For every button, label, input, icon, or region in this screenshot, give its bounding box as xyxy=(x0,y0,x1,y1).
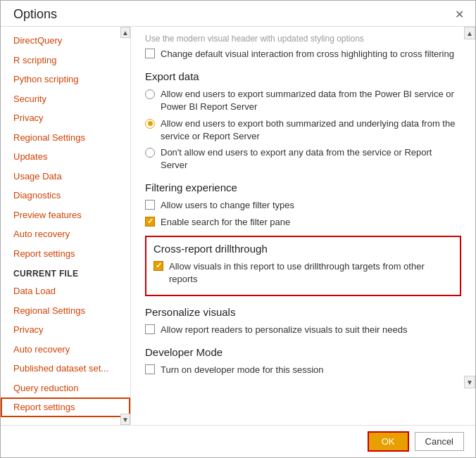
export-option-1: Allow end users to export summarized dat… xyxy=(145,88,461,113)
export-option-2: Allow end users to export both summarize… xyxy=(145,117,461,143)
cancel-button[interactable]: Cancel xyxy=(415,432,464,451)
filtering-section-title: Filtering experience xyxy=(145,182,461,193)
filter-option-1: Allow users to change filter types xyxy=(145,199,461,212)
sidebar-item-regionalsettings-cf[interactable]: Regional Settings xyxy=(1,301,130,321)
sidebar-item-regionalsettings[interactable]: Regional Settings xyxy=(1,128,130,148)
sidebar-item-diagnostics[interactable]: Diagnostics xyxy=(1,186,130,205)
personalize-text: Allow report readers to personalize visu… xyxy=(161,324,407,336)
personalize-checkbox[interactable] xyxy=(145,324,155,334)
dialog-title: Options xyxy=(13,7,57,22)
main-scroll-area: Use the modern visual header with update… xyxy=(131,27,475,425)
sidebar-item-rscripting[interactable]: R scripting xyxy=(1,51,130,70)
personalize-section-title: Personalize visuals xyxy=(145,306,461,318)
faded-top-text: Use the modern visual header with update… xyxy=(145,34,461,44)
main-scroll-down[interactable]: ▼ xyxy=(464,376,475,388)
personalize-option: Allow report readers to personalize visu… xyxy=(145,324,461,336)
main-scroll-up[interactable]: ▲ xyxy=(464,27,475,39)
developer-option: Turn on developer mode for this session xyxy=(145,364,461,376)
filter-option-2: Enable search for the filter pane xyxy=(145,216,461,229)
cross-filter-option: Change default visual interaction from c… xyxy=(145,48,461,61)
sidebar: ▲ DirectQuery R scripting Python scripti… xyxy=(1,27,131,425)
export-radio-3[interactable] xyxy=(145,148,155,158)
sidebar-item-reportsettings[interactable]: Report settings xyxy=(1,397,130,417)
close-button[interactable]: ✕ xyxy=(451,6,467,22)
sidebar-item-dataload[interactable]: Data Load xyxy=(1,281,130,301)
options-dialog: Options ✕ ▲ DirectQuery R scripting Pyth… xyxy=(0,0,476,458)
sidebar-item-privacy[interactable]: Privacy xyxy=(1,108,130,128)
sidebar-item-publisheddataset[interactable]: Published dataset set... xyxy=(1,359,130,379)
sidebar-scroll-up[interactable]: ▲ xyxy=(120,27,130,38)
filter-option-2-text: Enable search for the filter pane xyxy=(161,216,290,229)
developer-checkbox[interactable] xyxy=(145,364,155,374)
cross-report-option: Allow visuals in this report to use dril… xyxy=(154,260,453,286)
sidebar-scroll-down[interactable]: ▼ xyxy=(120,414,130,425)
dialog-footer: OK Cancel xyxy=(1,425,475,457)
filter-checkbox-2[interactable] xyxy=(145,217,155,227)
sidebar-item-privacy-cf[interactable]: Privacy xyxy=(1,320,130,340)
export-option-3-text: Don't allow end users to export any data… xyxy=(161,146,461,172)
sidebar-item-security[interactable]: Security xyxy=(1,89,130,109)
export-option-2-text: Allow end users to export both summarize… xyxy=(161,117,461,143)
cross-report-checkbox[interactable] xyxy=(154,261,163,271)
sidebar-item-usagedata[interactable]: Usage Data xyxy=(1,167,130,186)
cross-report-title: Cross-report drillthrough xyxy=(154,243,453,255)
filter-option-1-text: Allow users to change filter types xyxy=(161,199,294,212)
sidebar-item-autorecovery[interactable]: Auto recovery xyxy=(1,224,130,244)
dialog-body: ▲ DirectQuery R scripting Python scripti… xyxy=(1,27,475,425)
cross-report-box: Cross-report drillthrough Allow visuals … xyxy=(145,236,461,296)
main-content: ▲ Use the modern visual header with upda… xyxy=(131,27,475,425)
sidebar-scroll-area: DirectQuery R scripting Python scripting… xyxy=(1,27,130,425)
sidebar-item-autorecovery-cf[interactable]: Auto recovery xyxy=(1,340,130,360)
developer-text: Turn on developer mode for this session xyxy=(161,364,323,376)
filter-checkbox-1[interactable] xyxy=(145,200,155,210)
cross-filter-checkbox[interactable] xyxy=(145,49,155,58)
cross-filter-text: Change default visual interaction from c… xyxy=(161,48,454,61)
developer-section-title: Developer Mode xyxy=(145,346,461,358)
export-radio-2[interactable] xyxy=(145,119,155,129)
sidebar-item-previewfeatures[interactable]: Preview features xyxy=(1,205,130,225)
current-file-header: CURRENT FILE xyxy=(1,263,130,281)
export-option-1-text: Allow end users to export summarized dat… xyxy=(161,88,461,113)
export-radio-1[interactable] xyxy=(145,89,155,99)
sidebar-item-directquery[interactable]: DirectQuery xyxy=(1,31,130,51)
export-data-section-title: Export data xyxy=(145,70,461,82)
sidebar-item-reportsettings-global[interactable]: Report settings xyxy=(1,244,130,264)
sidebar-item-pythonscripting[interactable]: Python scripting xyxy=(1,70,130,89)
cross-report-text: Allow visuals in this report to use dril… xyxy=(169,260,453,286)
ok-button[interactable]: OK xyxy=(368,431,409,452)
sidebar-item-updates[interactable]: Updates xyxy=(1,147,130,167)
title-bar: Options ✕ xyxy=(1,1,475,27)
export-option-3: Don't allow end users to export any data… xyxy=(145,146,461,172)
sidebar-item-queryreduction[interactable]: Query reduction xyxy=(1,379,130,398)
